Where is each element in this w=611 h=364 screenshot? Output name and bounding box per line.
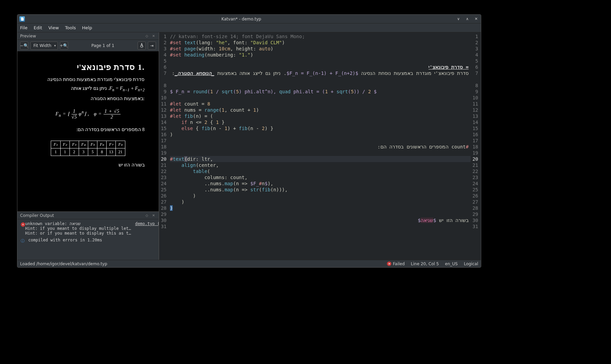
preview-area[interactable]: .1 סדרת פיבונאצ'י סדרת פיבונאצ'י מוגדרת … (17, 51, 159, 211)
menu-help[interactable]: Help (82, 25, 92, 30)
compiler-panel: Compiler Output ◇ ✕ ✕ unknown variable: … (17, 211, 159, 260)
menu-tools[interactable]: Tools (65, 25, 76, 30)
app-icon: 📄 (19, 16, 25, 22)
close-button[interactable]: ✕ (473, 16, 479, 22)
preview-toolbar: −🔍 Fit Width +🔍 Page 1 of 1 A̲ ⇥ (17, 40, 159, 51)
compiler-title: Compiler Output (20, 213, 54, 218)
panel-float-icon[interactable]: ◇ (144, 213, 149, 218)
compiler-body[interactable]: ✕ unknown variable: שגיאה Hint: if you m… (17, 219, 159, 260)
zoom-out-button[interactable]: −🔍 (20, 42, 28, 50)
minimize-button[interactable]: ∨ (456, 16, 461, 22)
compiler-row-info: ⓘ compiled with errors in 1.20ms (20, 238, 156, 243)
block-formula: Fn = ⌊ 1√5 φn⌋ , φ = 1 + √52 (32, 109, 145, 120)
table-header-row: F₁ F₂ F₃ F₄ F₅ F₆ F₇ F₈ (51, 141, 125, 148)
status-left: Loaded /home/igor/devel/katvan/demo.typ (20, 262, 381, 266)
window-title: Katvan* - demo.typ (27, 17, 456, 21)
compiler-panel-header: Compiler Output ◇ ✕ (17, 212, 159, 219)
left-pane: Preview ◇ ✕ −🔍 Fit Width +🔍 Page 1 of 1 … (17, 32, 159, 260)
panel-close-icon[interactable]: ✕ (151, 34, 156, 38)
menu-view[interactable]: View (48, 25, 59, 30)
compiler-row-error: ✕ unknown variable: שגיאה Hint: if you m… (20, 221, 156, 236)
menu-file[interactable]: File (20, 25, 28, 30)
preview-title: Preview (20, 34, 36, 38)
table-caption: 8 המספרים הראשונים בסדרה הם: (32, 126, 145, 133)
zoom-select[interactable]: Fit Width (30, 42, 58, 50)
rendered-page: .1 סדרת פיבונאצ'י סדרת פיבונאצ'י מוגדרת … (24, 56, 153, 207)
error-icon: ✕ (387, 262, 391, 266)
inline-formula: Fn = Fn−1 + Fn+2 (109, 86, 144, 91)
table-value-row: 1 1 2 3 5 8 13 21 (51, 148, 125, 156)
menubar: File Edit View Tools Help (17, 23, 481, 32)
maximize-button[interactable]: ∧ (465, 16, 470, 22)
menu-edit[interactable]: Edit (34, 25, 42, 30)
doc-footer: בשורה הזו יש (32, 161, 145, 169)
gutter-left[interactable]: 1234567 89101112131415161718192021222324… (159, 32, 169, 260)
gutter-right[interactable]: 1234567 89101112131415161718192021222324… (471, 32, 481, 260)
fibonacci-table: F₁ F₂ F₃ F₄ F₅ F₆ F₇ F₈ 1 1 2 (51, 141, 125, 156)
page-indicator: Page 1 of 1 (70, 43, 136, 48)
doc-para3: :באמצעות הנוסחא הסגורה (32, 95, 145, 102)
compiler-location-link[interactable]: demo.typ (30:14) (131, 221, 159, 226)
jump-to-button[interactable]: ⇥ (148, 42, 156, 50)
panel-close-icon[interactable]: ✕ (151, 213, 156, 218)
status-direction[interactable]: Logical (464, 262, 478, 266)
preview-panel-header: Preview ◇ ✕ (17, 32, 159, 40)
zoom-in-button[interactable]: +🔍 (60, 42, 68, 50)
statusbar: Loaded /home/igor/devel/katvan/demo.typ … (17, 260, 481, 267)
page-heading: .1 סדרת פיבונאצ'י (32, 62, 145, 72)
doc-para2: Fn = Fn−1 + Fn+2. ניתן גם לייצג אותה (32, 85, 145, 93)
error-icon: ✕ (20, 221, 25, 227)
editor-pane[interactable]: 1234567 89101112131415161718192021222324… (159, 32, 481, 260)
app-window: 📄 Katvan* - demo.typ ∨ ∧ ✕ File Edit Vie… (17, 14, 481, 268)
status-locale[interactable]: en_US (445, 262, 458, 266)
status-compile[interactable]: ✕Failed (387, 262, 405, 266)
titlebar: 📄 Katvan* - demo.typ ∨ ∧ ✕ (17, 15, 481, 23)
panel-float-icon[interactable]: ◇ (144, 34, 149, 38)
info-icon: ⓘ (20, 238, 28, 243)
status-cursor: Line 20, Col 5 (411, 262, 439, 266)
code-area[interactable]: // katvan: font-size 14; font DejaVu San… (169, 32, 471, 260)
text-cursor-button[interactable]: A̲ (138, 42, 146, 50)
doc-para1: סדרת פיבונאצ'י מוגדרת באמצעות נוסחת הנסי… (32, 76, 145, 83)
